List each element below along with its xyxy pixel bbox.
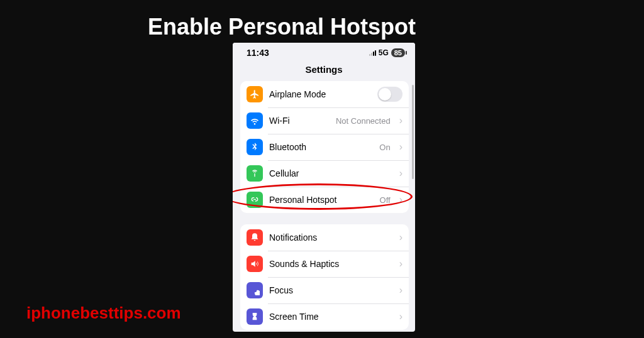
page-heading: Enable Personal Hotspot <box>148 14 416 40</box>
screentime-icon <box>247 308 263 325</box>
row-label: Airplane Mode <box>269 89 371 99</box>
settings-group-connectivity: Airplane Mode Wi-Fi Not Connected › Blue… <box>240 81 409 213</box>
status-time: 11:43 <box>247 48 269 58</box>
row-value: Not Connected <box>336 116 391 126</box>
chevron-right-icon: › <box>399 258 402 270</box>
row-label: Personal Hotspot <box>269 195 374 205</box>
row-label: Sounds & Haptics <box>269 259 391 269</box>
chevron-right-icon: › <box>399 168 402 179</box>
airplane-toggle[interactable] <box>377 87 402 102</box>
row-airplane-mode[interactable]: Airplane Mode <box>240 81 409 107</box>
chevron-right-icon: › <box>399 285 402 296</box>
row-bluetooth[interactable]: Bluetooth On › <box>240 134 409 160</box>
network-label: 5G <box>379 48 389 57</box>
phone-screenshot: 11:43 5G 85 Settings Airplane Mode Wi-F <box>233 43 415 332</box>
bluetooth-icon <box>247 139 263 155</box>
row-wifi[interactable]: Wi-Fi Not Connected › <box>240 107 409 134</box>
focus-icon <box>247 282 263 298</box>
chevron-right-icon: › <box>399 194 402 205</box>
scrollbar[interactable] <box>412 85 414 179</box>
row-screen-time[interactable]: Screen Time › <box>240 303 409 330</box>
status-right: 5G 85 <box>369 48 405 57</box>
chevron-right-icon: › <box>399 115 402 126</box>
row-label: Cellular <box>269 168 391 178</box>
watermark-text: iphonebesttips.com <box>26 303 181 323</box>
row-focus[interactable]: Focus › <box>240 277 409 303</box>
row-value: On <box>379 143 390 152</box>
settings-group-notifications: Notifications › Sounds & Haptics › Focus… <box>240 224 409 330</box>
chevron-right-icon: › <box>399 311 402 322</box>
notifications-icon <box>247 229 263 246</box>
row-cellular[interactable]: Cellular › <box>240 160 409 187</box>
wifi-icon <box>247 112 263 129</box>
airplane-icon <box>247 86 263 102</box>
signal-icon <box>369 50 376 56</box>
cellular-icon <box>247 165 263 182</box>
row-personal-hotspot[interactable]: Personal Hotspot Off › <box>240 187 409 213</box>
nav-title: Settings <box>233 60 415 81</box>
row-sounds-haptics[interactable]: Sounds & Haptics › <box>240 251 409 277</box>
row-label: Bluetooth <box>269 142 373 152</box>
row-label: Notifications <box>269 232 391 243</box>
settings-list: Airplane Mode Wi-Fi Not Connected › Blue… <box>233 81 415 332</box>
status-bar: 11:43 5G 85 <box>233 43 415 60</box>
battery-icon: 85 <box>391 48 405 57</box>
chevron-right-icon: › <box>399 141 402 153</box>
sounds-icon <box>247 256 263 272</box>
row-label: Focus <box>269 285 391 295</box>
row-label: Screen Time <box>269 312 391 322</box>
row-notifications[interactable]: Notifications › <box>240 224 409 251</box>
chevron-right-icon: › <box>399 232 402 243</box>
row-label: Wi-Fi <box>269 116 330 126</box>
hotspot-icon <box>247 192 263 208</box>
row-value: Off <box>380 195 391 205</box>
